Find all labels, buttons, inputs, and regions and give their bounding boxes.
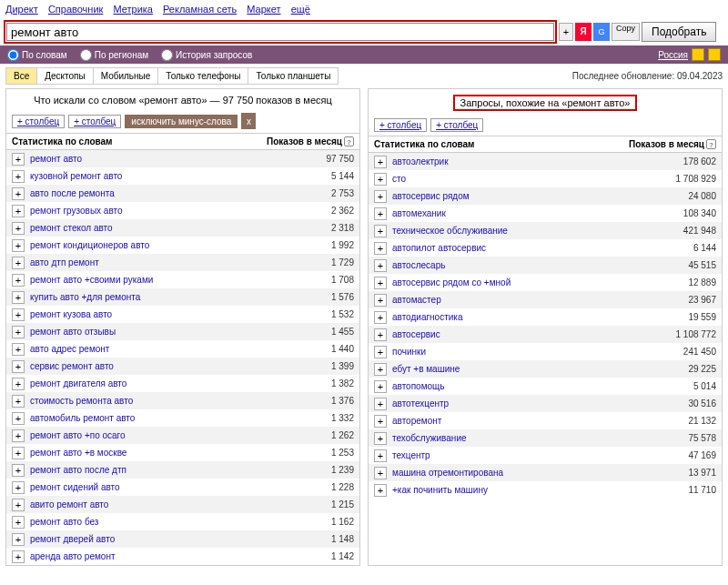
keyword-link[interactable]: автомобиль ремонт авто <box>30 413 299 423</box>
keyword-link[interactable]: автомастер <box>392 295 662 305</box>
expand-icon[interactable]: + <box>374 259 387 272</box>
keyword-link[interactable]: техническое обслуживание <box>392 226 662 236</box>
expand-icon[interactable]: + <box>12 153 25 166</box>
keyword-link[interactable]: авторемонт <box>392 416 662 426</box>
close-exclude-button[interactable]: x <box>241 113 256 129</box>
region-toggle-2[interactable] <box>708 48 721 61</box>
keyword-link[interactable]: ремонт авто <box>30 154 299 164</box>
tab-desktop[interactable]: Десктопы <box>36 67 93 85</box>
keyword-link[interactable]: ремонт авто отзывы <box>30 327 299 337</box>
yandex-icon[interactable]: Я <box>575 23 592 41</box>
expand-icon[interactable]: + <box>12 257 25 269</box>
expand-icon[interactable]: + <box>12 429 25 442</box>
keyword-link[interactable]: ремонт дверей авто <box>30 534 299 544</box>
expand-icon[interactable]: + <box>12 343 25 356</box>
keyword-link[interactable]: автотехцентр <box>392 398 662 408</box>
keyword-link[interactable]: автоэлектрик <box>392 156 662 166</box>
expand-icon[interactable]: + <box>374 207 387 220</box>
keyword-link[interactable]: ремонт авто +в москве <box>30 448 299 458</box>
keyword-link[interactable]: автосервис рядом со +мной <box>392 277 662 287</box>
keyword-link[interactable]: купить авто +для ремонта <box>30 292 299 302</box>
add-column-button[interactable]: + столбец <box>12 115 65 128</box>
expand-icon[interactable]: + <box>374 467 387 479</box>
expand-icon[interactable]: + <box>12 222 25 235</box>
expand-icon[interactable]: + <box>374 363 387 376</box>
expand-icon[interactable]: + <box>12 395 25 408</box>
keyword-link[interactable]: ебут +в машине <box>392 364 662 374</box>
info-icon[interactable]: ? <box>706 139 716 149</box>
expand-icon[interactable]: + <box>374 242 387 255</box>
region-link[interactable]: Россия <box>658 50 688 60</box>
keyword-link[interactable]: ремонт авто после дтп <box>30 465 299 475</box>
nav-link[interactable]: Директ <box>5 4 38 15</box>
radio-by-words[interactable]: По словам <box>7 49 67 61</box>
keyword-link[interactable]: ремонт авто +своими руками <box>30 275 299 285</box>
expand-icon[interactable]: + <box>12 378 25 390</box>
expand-icon[interactable]: + <box>374 311 387 324</box>
nav-link[interactable]: Рекламная сеть <box>163 4 237 15</box>
keyword-link[interactable]: сто <box>392 174 662 184</box>
keyword-link[interactable]: ремонт сидений авто <box>30 482 299 492</box>
keyword-link[interactable]: автодиагностика <box>392 312 662 322</box>
keyword-link[interactable]: ремонт авто без <box>30 517 299 527</box>
tab-tablets[interactable]: Только планшеты <box>248 67 339 85</box>
keyword-link[interactable]: починки <box>392 347 662 357</box>
exclude-minus-button[interactable]: исключить минус-слова <box>125 115 238 128</box>
add-column-button[interactable]: + столбец <box>68 115 121 128</box>
expand-icon[interactable]: + <box>12 499 25 511</box>
expand-icon[interactable]: + <box>374 277 387 289</box>
expand-icon[interactable]: + <box>374 449 387 462</box>
submit-button[interactable]: Подобрать <box>642 22 716 42</box>
add-column-button[interactable]: + столбец <box>430 118 483 132</box>
tab-phones[interactable]: Только телефоны <box>157 67 248 85</box>
expand-icon[interactable]: + <box>12 291 25 304</box>
expand-icon[interactable]: + <box>12 170 25 183</box>
nav-link[interactable]: ещё <box>291 4 310 15</box>
tab-mobile[interactable]: Мобильные <box>93 67 159 85</box>
expand-icon[interactable]: + <box>374 156 387 168</box>
keyword-link[interactable]: ремонт двигателя авто <box>30 378 299 388</box>
keyword-link[interactable]: стоимость ремонта авто <box>30 396 299 406</box>
expand-icon[interactable]: + <box>374 432 387 445</box>
keyword-link[interactable]: автосервис рядом <box>392 191 662 201</box>
expand-icon[interactable]: + <box>374 398 387 410</box>
expand-icon[interactable]: + <box>374 346 387 358</box>
expand-icon[interactable]: + <box>374 173 387 186</box>
search-input[interactable] <box>6 23 554 41</box>
expand-icon[interactable]: + <box>12 516 25 529</box>
keyword-link[interactable]: кузовной ремонт авто <box>30 171 299 181</box>
tab-all[interactable]: Все <box>5 67 37 85</box>
keyword-link[interactable]: авто после ремонта <box>30 188 299 198</box>
radio-history[interactable]: История запросов <box>161 49 252 61</box>
add-column-button[interactable]: + столбец <box>374 118 427 132</box>
google-icon[interactable]: G <box>593 23 610 41</box>
nav-link[interactable]: Метрика <box>113 4 153 15</box>
expand-icon[interactable]: + <box>374 380 387 393</box>
expand-icon[interactable]: + <box>12 447 25 459</box>
expand-icon[interactable]: + <box>12 550 25 563</box>
plus-button[interactable]: + <box>559 23 573 41</box>
keyword-link[interactable]: +как починить машину <box>392 485 662 495</box>
expand-icon[interactable]: + <box>12 274 25 287</box>
expand-icon[interactable]: + <box>12 533 25 546</box>
copy-button[interactable]: Copy <box>612 23 640 41</box>
expand-icon[interactable]: + <box>12 205 25 217</box>
keyword-link[interactable]: техцентр <box>392 450 662 460</box>
keyword-link[interactable]: ремонт авто +по осаго <box>30 430 299 440</box>
info-icon[interactable]: ? <box>344 136 354 146</box>
keyword-link[interactable]: ремонт грузовых авто <box>30 206 299 216</box>
keyword-link[interactable]: техобслуживание <box>392 433 662 443</box>
keyword-link[interactable]: авто адрес ремонт <box>30 344 299 354</box>
keyword-link[interactable]: ремонт кузова авто <box>30 309 299 319</box>
keyword-link[interactable]: авито ремонт авто <box>30 499 299 509</box>
expand-icon[interactable]: + <box>12 412 25 425</box>
region-toggle-1[interactable] <box>692 48 704 61</box>
keyword-link[interactable]: ремонт стекол авто <box>30 223 299 233</box>
keyword-link[interactable]: ремонт кондиционеров авто <box>30 240 299 250</box>
expand-icon[interactable]: + <box>12 464 25 477</box>
expand-icon[interactable]: + <box>374 328 387 341</box>
expand-icon[interactable]: + <box>374 484 387 497</box>
keyword-link[interactable]: автомеханик <box>392 208 662 218</box>
expand-icon[interactable]: + <box>12 187 25 200</box>
expand-icon[interactable]: + <box>12 326 25 338</box>
